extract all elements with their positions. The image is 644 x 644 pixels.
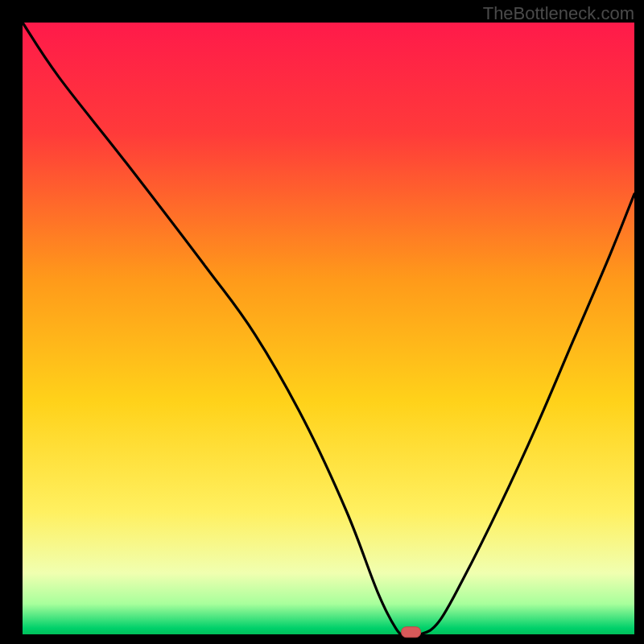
chart-container: TheBottleneck.com <box>0 0 644 644</box>
plot-background <box>23 23 634 634</box>
bottleneck-chart-svg <box>0 0 644 644</box>
optimal-marker <box>402 627 421 638</box>
